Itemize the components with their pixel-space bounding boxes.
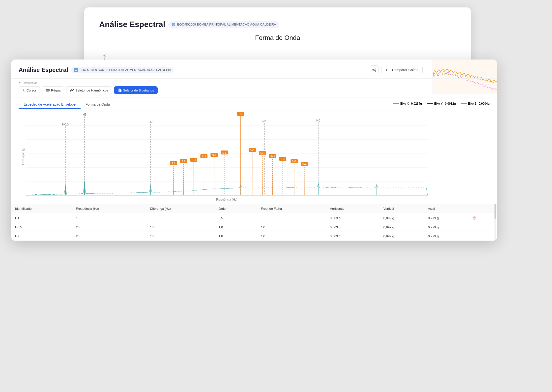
cell-delete-0[interactable]: 🗑 (468, 213, 497, 223)
tab-onda-label: Forma de Onda (86, 102, 110, 106)
bg-title: Análise Espectral (99, 20, 165, 29)
data-table-container: Identificador Frequência (Hz) Diferença … (11, 204, 497, 241)
chart-container: Aceleração (g) 0.6 0.5 0.4 0.3 0.2 (11, 109, 497, 204)
tab-onda[interactable]: Forma de Onda (81, 100, 115, 109)
col-header-actions (468, 204, 497, 213)
svg-text:S-4: S-4 (192, 159, 196, 161)
svg-text:H0.5: H0.5 (62, 123, 69, 126)
svg-text:S-3: S-3 (202, 155, 206, 158)
harmonicos-tool-label: Seletor de Harmônicos (75, 89, 108, 92)
tools-icon: ✦ (19, 81, 21, 84)
cell-id-1: H0,5 (11, 223, 72, 232)
cell-diff-0 (146, 213, 214, 223)
compare-label: + Comparar Coleta (389, 68, 418, 72)
legend-z-line (461, 103, 467, 104)
svg-point-7 (373, 69, 374, 70)
regua-icon (46, 88, 50, 92)
legend-z: Eixo Z 0.0004g (461, 102, 490, 105)
cell-vertical-1: 0,899 g (379, 223, 424, 232)
bg-chart-title: Forma de Onda (99, 34, 456, 42)
share-button[interactable] (370, 65, 379, 74)
cell-diff-1: 10 (146, 223, 214, 232)
toolbar-label: ✦ Ferramentas (19, 81, 490, 84)
table-header-row: Identificador Frequência (Hz) Diferença … (11, 204, 497, 213)
chart-legend: Eixo X 0.0234g Eixo Y 0.0032g Eixo Z 0.0… (393, 102, 490, 107)
table-row: H0,5 20 10 1,0 1X 0,363 g 0,899 g 0,279 … (11, 223, 497, 232)
cell-id-0: H1 (11, 213, 72, 223)
front-badge: ◈ BOC-501009 BOMBA PRINCIPAL ALIMENTACAO… (71, 67, 174, 73)
svg-point-6 (375, 71, 376, 72)
regua-tool-label: Régua (51, 89, 60, 92)
cell-freq-falha-1: 1X (257, 223, 326, 232)
legend-y-value: 0.0032g (445, 102, 456, 105)
bg-badge-text: BOC-501009 BOMBA PRINCIPAL ALIMENTACAO A… (177, 23, 276, 26)
legend-y: Eixo Y 0.0032g (427, 102, 456, 105)
cell-delete-1 (468, 223, 497, 232)
col-header-freq: Frequência (Hz) (72, 204, 146, 213)
legend-x-line (393, 103, 399, 104)
compare-button[interactable]: + + Comparar Coleta (381, 66, 423, 74)
cell-horizontal-0: 0,363 g (326, 213, 379, 223)
front-cube-icon: ◈ (74, 68, 78, 72)
cell-axial-0: 0,279 g (424, 213, 469, 223)
svg-text:S+2: S+2 (260, 152, 265, 155)
tools-label-text: Ferramentas (22, 81, 37, 84)
cell-vertical-0: 0,899 g (379, 213, 424, 223)
cell-delete-2 (468, 232, 497, 241)
svg-text:H4: H4 (262, 120, 266, 123)
svg-text:S-6: S-6 (172, 162, 175, 165)
front-title: Análise Espectral (19, 66, 68, 73)
cursor-tool-icon: ↖ (22, 89, 25, 92)
cell-freq-0: 10 (72, 213, 146, 223)
sidebands-tool-label: Seletor de Sidebands (123, 89, 154, 92)
cursor-tool-button[interactable]: ↖ Cursor (19, 86, 40, 94)
legend-y-label: Eixo Y (434, 102, 442, 105)
cell-diff-2: 10 (146, 232, 214, 241)
chart-x-axis-label: Frequência (Hz) (26, 198, 428, 201)
cell-freq-falha-0 (257, 213, 326, 223)
scrollbar-thumb[interactable] (494, 204, 496, 219)
toolbar: ✦ Ferramentas ↖ Cursor Régua (11, 79, 497, 97)
svg-text:H5: H5 (316, 119, 320, 122)
svg-text:S+1: S+1 (250, 149, 255, 152)
header-actions: + + Comparar Coleta (370, 65, 423, 74)
table-row: H1 10 0,5 0,363 g 0,899 g 0,279 g 🗑 (11, 213, 497, 223)
cell-freq-1: 20 (72, 223, 146, 232)
legend-y-line (427, 103, 433, 104)
regua-tool-button[interactable]: Régua (42, 86, 64, 94)
cube-icon: ⬡ (171, 22, 176, 27)
spectrum-chart-svg: 0.6 0.5 0.4 0.3 0.2 0.1 0 0 140 280 420 … (26, 112, 428, 196)
svg-text:S+6: S+6 (302, 163, 307, 166)
y-tick-40: 40 (103, 54, 106, 58)
cell-freq-falha-2: 1X (257, 232, 326, 241)
chart-tabs: Espectro de Aceleração Envelope Forma de… (11, 97, 497, 109)
sidebands-tool-button[interactable]: Seletor de Sidebands (114, 86, 158, 94)
svg-text:⬡: ⬡ (172, 23, 174, 26)
svg-text:S-4: S-4 (281, 158, 285, 160)
col-header-vertical: Vertical (379, 204, 424, 213)
svg-text:S: S (240, 113, 242, 116)
col-header-horizontal: Horizontal (326, 204, 379, 213)
data-table: Identificador Frequência (Hz) Diferença … (11, 204, 497, 241)
svg-point-5 (375, 68, 376, 69)
toolbar-tools: ↖ Cursor Régua Seletor de Harmônicos (19, 86, 490, 94)
harmonicos-tool-button[interactable]: Seletor de Harmônicos (66, 86, 112, 94)
front-badge-text: BOC-501009 BOMBA PRINCIPAL ALIMENTACAO A… (80, 68, 171, 72)
cursor-tool-label: Cursor (27, 89, 36, 92)
legend-z-label: Eixo Z (468, 102, 476, 105)
tab-espectro-label: Espectro de Aceleração Envelope (24, 102, 76, 106)
svg-text:H2: H2 (149, 120, 153, 124)
delete-row-0-button[interactable]: 🗑 (472, 216, 476, 220)
cell-vertical-2: 0,899 g (379, 232, 424, 241)
svg-text:S-5: S-5 (182, 160, 186, 163)
legend-z-value: 0.0004g (479, 102, 490, 105)
cell-ordem-2: 1,0 (214, 232, 257, 241)
legend-x: Eixo X 0.0234g (393, 102, 422, 105)
table-row: H2 20 10 1,0 1X 0,363 g 0,899 g 0,279 g (11, 232, 497, 241)
svg-text:S-1: S-1 (222, 151, 226, 154)
cell-horizontal-2: 0,363 g (326, 232, 379, 241)
scrollbar-track[interactable] (494, 204, 496, 241)
cell-id-2: H2 (11, 232, 72, 241)
tab-espectro[interactable]: Espectro de Aceleração Envelope (19, 100, 81, 109)
svg-line-8 (374, 69, 375, 70)
